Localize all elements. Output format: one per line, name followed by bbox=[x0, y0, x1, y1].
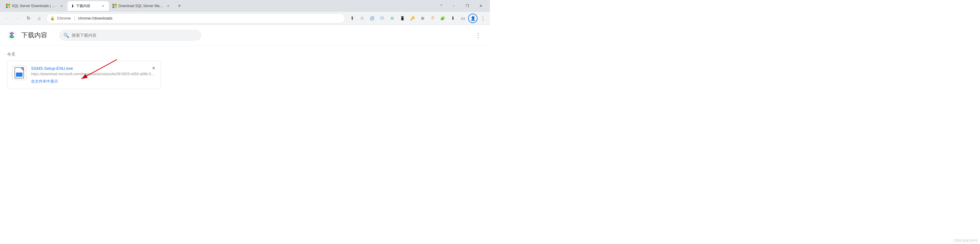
download-filename-link[interactable]: SSMS-Setup-ENU.exe bbox=[31, 66, 73, 71]
home-button[interactable]: ⌂ bbox=[34, 14, 44, 23]
tab-ssms-download[interactable]: Download SQL Server Managem... ✕ bbox=[109, 1, 174, 11]
tab1-close[interactable]: ✕ bbox=[59, 3, 64, 8]
titlebar: SQL Server Downloads | Microso... ✕ ⬇ 下载… bbox=[0, 0, 490, 12]
grid-icon[interactable]: ⊞ bbox=[418, 14, 427, 23]
keepass-icon[interactable]: 🔑 bbox=[408, 14, 417, 23]
tab-sql-downloads[interactable]: SQL Server Downloads | Microso... ✕ bbox=[2, 1, 67, 11]
svg-point-2 bbox=[11, 34, 13, 37]
page-body: 今天 SSMS-Setup-ENU.exe https://do bbox=[0, 46, 490, 95]
window-controls: ⌄ − ❐ ✕ bbox=[437, 0, 488, 12]
tab1-title: SQL Server Downloads | Microso... bbox=[12, 4, 57, 8]
section-date-label: 今天 bbox=[7, 52, 483, 57]
norton-icon[interactable]: @ bbox=[368, 14, 377, 23]
file-icon bbox=[12, 66, 26, 80]
menu-button[interactable]: ⋮ bbox=[478, 14, 488, 23]
download-info: SSMS-Setup-ENU.exe https://download.micr… bbox=[31, 66, 156, 84]
download-url: https://download.microsoft.com/download/… bbox=[31, 72, 156, 76]
phone-icon[interactable]: 📱 bbox=[398, 14, 407, 23]
tab3-favicon bbox=[113, 4, 117, 8]
new-tab-button[interactable]: + bbox=[175, 2, 184, 10]
brand-label: Chrome bbox=[57, 16, 71, 21]
extensions-icon[interactable]: 🧩 bbox=[438, 14, 447, 23]
download-icon[interactable]: ⬇ bbox=[448, 14, 457, 23]
address-bar[interactable]: 🔒 Chrome | chrome://downloads bbox=[46, 13, 345, 23]
tab2-title: 下载内容 bbox=[76, 3, 99, 9]
bitwarden-icon[interactable]: 🛡 bbox=[377, 14, 387, 23]
tab2-favicon: ⬇ bbox=[71, 4, 74, 8]
grammarly-icon[interactable]: G bbox=[388, 14, 397, 23]
downloads-page: 下载内容 🔍 ⋮ 今天 bbox=[0, 25, 490, 122]
page-header: 下载内容 🔍 ⋮ bbox=[0, 25, 490, 46]
download-item: SSMS-Setup-ENU.exe https://download.micr… bbox=[7, 61, 161, 89]
search-bar[interactable]: 🔍 bbox=[59, 30, 201, 41]
collapse-icon[interactable]: ⌄ bbox=[437, 0, 445, 8]
tab2-close[interactable]: ✕ bbox=[101, 3, 105, 8]
tab-downloads[interactable]: ⬇ 下载内容 ✕ bbox=[67, 1, 109, 11]
restore-button[interactable]: ❐ bbox=[460, 0, 474, 12]
toolbar: ← → ↻ ⌂ 🔒 Chrome | chrome://downloads ⬆ … bbox=[0, 12, 490, 25]
close-button[interactable]: ✕ bbox=[474, 0, 488, 12]
lock-icon: 🔒 bbox=[50, 16, 55, 21]
share-button[interactable]: ⬆ bbox=[347, 14, 357, 23]
show-in-folder-link[interactable]: 在文件夹中显示 bbox=[31, 79, 58, 83]
tab3-title: Download SQL Server Managem... bbox=[118, 4, 164, 8]
url-separator: | bbox=[74, 16, 75, 21]
page-title: 下载内容 bbox=[21, 31, 48, 40]
reload-button[interactable]: ↻ bbox=[24, 14, 33, 23]
dismiss-download-button[interactable]: ✕ bbox=[150, 65, 157, 72]
forward-button[interactable]: → bbox=[13, 14, 22, 23]
back-button[interactable]: ← bbox=[2, 14, 12, 23]
minimize-button[interactable]: − bbox=[447, 0, 460, 12]
bookmark-button[interactable]: ☆ bbox=[357, 14, 367, 23]
sidebar-icon[interactable]: ▭ bbox=[458, 14, 468, 23]
profile-button[interactable]: 👤 bbox=[468, 14, 477, 23]
search-input[interactable] bbox=[72, 33, 197, 38]
search-icon: 🔍 bbox=[64, 33, 69, 38]
url-text: chrome://downloads bbox=[78, 16, 341, 21]
timer-icon[interactable]: ⏱ bbox=[428, 14, 437, 23]
tab1-favicon bbox=[6, 4, 10, 8]
toolbar-actions: ⬆ ☆ @ 🛡 G 📱 🔑 ⊞ ⏱ 🧩 ⬇ ▭ 👤 ⋮ bbox=[347, 14, 488, 23]
tab3-close[interactable]: ✕ bbox=[166, 3, 170, 8]
more-options-button[interactable]: ⋮ bbox=[473, 30, 483, 40]
chrome-logo-icon bbox=[7, 30, 17, 40]
